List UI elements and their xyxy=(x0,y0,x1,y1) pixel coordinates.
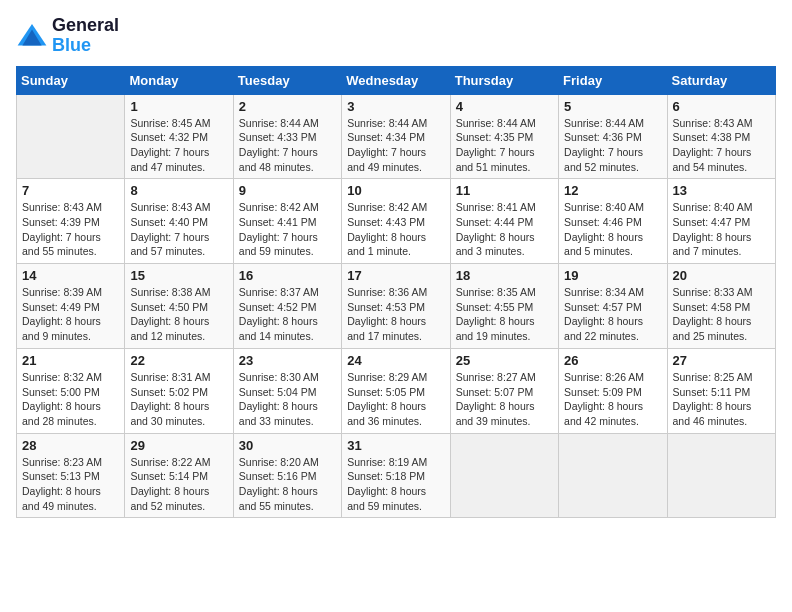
calendar-cell: 11Sunrise: 8:41 AM Sunset: 4:44 PM Dayli… xyxy=(450,179,558,264)
day-info: Sunrise: 8:42 AM Sunset: 4:43 PM Dayligh… xyxy=(347,200,444,259)
calendar-cell: 29Sunrise: 8:22 AM Sunset: 5:14 PM Dayli… xyxy=(125,433,233,518)
calendar-cell: 5Sunrise: 8:44 AM Sunset: 4:36 PM Daylig… xyxy=(559,94,667,179)
day-info: Sunrise: 8:42 AM Sunset: 4:41 PM Dayligh… xyxy=(239,200,336,259)
calendar-cell: 30Sunrise: 8:20 AM Sunset: 5:16 PM Dayli… xyxy=(233,433,341,518)
day-info: Sunrise: 8:27 AM Sunset: 5:07 PM Dayligh… xyxy=(456,370,553,429)
calendar-table: SundayMondayTuesdayWednesdayThursdayFrid… xyxy=(16,66,776,519)
calendar-header: SundayMondayTuesdayWednesdayThursdayFrid… xyxy=(17,66,776,94)
weekday-header: Sunday xyxy=(17,66,125,94)
day-number: 29 xyxy=(130,438,227,453)
calendar-cell: 22Sunrise: 8:31 AM Sunset: 5:02 PM Dayli… xyxy=(125,348,233,433)
day-number: 8 xyxy=(130,183,227,198)
day-number: 2 xyxy=(239,99,336,114)
day-number: 7 xyxy=(22,183,119,198)
day-number: 16 xyxy=(239,268,336,283)
day-number: 15 xyxy=(130,268,227,283)
day-number: 24 xyxy=(347,353,444,368)
day-info: Sunrise: 8:44 AM Sunset: 4:36 PM Dayligh… xyxy=(564,116,661,175)
day-info: Sunrise: 8:43 AM Sunset: 4:39 PM Dayligh… xyxy=(22,200,119,259)
day-info: Sunrise: 8:26 AM Sunset: 5:09 PM Dayligh… xyxy=(564,370,661,429)
day-info: Sunrise: 8:38 AM Sunset: 4:50 PM Dayligh… xyxy=(130,285,227,344)
day-number: 12 xyxy=(564,183,661,198)
calendar-cell xyxy=(667,433,775,518)
day-info: Sunrise: 8:23 AM Sunset: 5:13 PM Dayligh… xyxy=(22,455,119,514)
calendar-cell: 18Sunrise: 8:35 AM Sunset: 4:55 PM Dayli… xyxy=(450,264,558,349)
day-info: Sunrise: 8:43 AM Sunset: 4:38 PM Dayligh… xyxy=(673,116,770,175)
calendar-week: 1Sunrise: 8:45 AM Sunset: 4:32 PM Daylig… xyxy=(17,94,776,179)
day-info: Sunrise: 8:41 AM Sunset: 4:44 PM Dayligh… xyxy=(456,200,553,259)
day-info: Sunrise: 8:32 AM Sunset: 5:00 PM Dayligh… xyxy=(22,370,119,429)
day-number: 10 xyxy=(347,183,444,198)
calendar-cell: 25Sunrise: 8:27 AM Sunset: 5:07 PM Dayli… xyxy=(450,348,558,433)
calendar-cell: 27Sunrise: 8:25 AM Sunset: 5:11 PM Dayli… xyxy=(667,348,775,433)
weekday-header: Thursday xyxy=(450,66,558,94)
logo-text: General Blue xyxy=(52,16,119,56)
calendar-cell: 24Sunrise: 8:29 AM Sunset: 5:05 PM Dayli… xyxy=(342,348,450,433)
calendar-cell: 19Sunrise: 8:34 AM Sunset: 4:57 PM Dayli… xyxy=(559,264,667,349)
day-number: 21 xyxy=(22,353,119,368)
day-number: 9 xyxy=(239,183,336,198)
day-info: Sunrise: 8:40 AM Sunset: 4:47 PM Dayligh… xyxy=(673,200,770,259)
day-number: 18 xyxy=(456,268,553,283)
calendar-week: 21Sunrise: 8:32 AM Sunset: 5:00 PM Dayli… xyxy=(17,348,776,433)
header-row: SundayMondayTuesdayWednesdayThursdayFrid… xyxy=(17,66,776,94)
calendar-cell: 15Sunrise: 8:38 AM Sunset: 4:50 PM Dayli… xyxy=(125,264,233,349)
day-number: 28 xyxy=(22,438,119,453)
day-number: 13 xyxy=(673,183,770,198)
weekday-header: Saturday xyxy=(667,66,775,94)
calendar-cell: 13Sunrise: 8:40 AM Sunset: 4:47 PM Dayli… xyxy=(667,179,775,264)
weekday-header: Tuesday xyxy=(233,66,341,94)
calendar-body: 1Sunrise: 8:45 AM Sunset: 4:32 PM Daylig… xyxy=(17,94,776,518)
calendar-cell: 2Sunrise: 8:44 AM Sunset: 4:33 PM Daylig… xyxy=(233,94,341,179)
weekday-header: Wednesday xyxy=(342,66,450,94)
day-number: 14 xyxy=(22,268,119,283)
day-number: 1 xyxy=(130,99,227,114)
calendar-cell xyxy=(559,433,667,518)
day-info: Sunrise: 8:44 AM Sunset: 4:33 PM Dayligh… xyxy=(239,116,336,175)
calendar-cell: 6Sunrise: 8:43 AM Sunset: 4:38 PM Daylig… xyxy=(667,94,775,179)
calendar-cell: 4Sunrise: 8:44 AM Sunset: 4:35 PM Daylig… xyxy=(450,94,558,179)
calendar-cell: 23Sunrise: 8:30 AM Sunset: 5:04 PM Dayli… xyxy=(233,348,341,433)
day-number: 11 xyxy=(456,183,553,198)
day-info: Sunrise: 8:29 AM Sunset: 5:05 PM Dayligh… xyxy=(347,370,444,429)
calendar-cell: 8Sunrise: 8:43 AM Sunset: 4:40 PM Daylig… xyxy=(125,179,233,264)
day-number: 20 xyxy=(673,268,770,283)
calendar-cell xyxy=(450,433,558,518)
weekday-header: Friday xyxy=(559,66,667,94)
day-info: Sunrise: 8:30 AM Sunset: 5:04 PM Dayligh… xyxy=(239,370,336,429)
day-info: Sunrise: 8:25 AM Sunset: 5:11 PM Dayligh… xyxy=(673,370,770,429)
day-info: Sunrise: 8:36 AM Sunset: 4:53 PM Dayligh… xyxy=(347,285,444,344)
calendar-cell xyxy=(17,94,125,179)
calendar-cell: 14Sunrise: 8:39 AM Sunset: 4:49 PM Dayli… xyxy=(17,264,125,349)
calendar-week: 28Sunrise: 8:23 AM Sunset: 5:13 PM Dayli… xyxy=(17,433,776,518)
day-info: Sunrise: 8:20 AM Sunset: 5:16 PM Dayligh… xyxy=(239,455,336,514)
day-number: 4 xyxy=(456,99,553,114)
calendar-cell: 10Sunrise: 8:42 AM Sunset: 4:43 PM Dayli… xyxy=(342,179,450,264)
day-number: 26 xyxy=(564,353,661,368)
calendar-cell: 17Sunrise: 8:36 AM Sunset: 4:53 PM Dayli… xyxy=(342,264,450,349)
day-info: Sunrise: 8:40 AM Sunset: 4:46 PM Dayligh… xyxy=(564,200,661,259)
calendar-cell: 12Sunrise: 8:40 AM Sunset: 4:46 PM Dayli… xyxy=(559,179,667,264)
day-number: 3 xyxy=(347,99,444,114)
day-info: Sunrise: 8:39 AM Sunset: 4:49 PM Dayligh… xyxy=(22,285,119,344)
day-info: Sunrise: 8:31 AM Sunset: 5:02 PM Dayligh… xyxy=(130,370,227,429)
day-info: Sunrise: 8:44 AM Sunset: 4:35 PM Dayligh… xyxy=(456,116,553,175)
day-info: Sunrise: 8:45 AM Sunset: 4:32 PM Dayligh… xyxy=(130,116,227,175)
day-number: 25 xyxy=(456,353,553,368)
day-number: 30 xyxy=(239,438,336,453)
calendar-cell: 28Sunrise: 8:23 AM Sunset: 5:13 PM Dayli… xyxy=(17,433,125,518)
calendar-cell: 3Sunrise: 8:44 AM Sunset: 4:34 PM Daylig… xyxy=(342,94,450,179)
calendar-week: 7Sunrise: 8:43 AM Sunset: 4:39 PM Daylig… xyxy=(17,179,776,264)
day-number: 17 xyxy=(347,268,444,283)
day-info: Sunrise: 8:37 AM Sunset: 4:52 PM Dayligh… xyxy=(239,285,336,344)
calendar-cell: 1Sunrise: 8:45 AM Sunset: 4:32 PM Daylig… xyxy=(125,94,233,179)
calendar-cell: 26Sunrise: 8:26 AM Sunset: 5:09 PM Dayli… xyxy=(559,348,667,433)
day-number: 31 xyxy=(347,438,444,453)
logo-icon xyxy=(16,20,48,52)
page-header: General Blue xyxy=(16,16,776,56)
day-info: Sunrise: 8:33 AM Sunset: 4:58 PM Dayligh… xyxy=(673,285,770,344)
calendar-week: 14Sunrise: 8:39 AM Sunset: 4:49 PM Dayli… xyxy=(17,264,776,349)
day-number: 22 xyxy=(130,353,227,368)
logo: General Blue xyxy=(16,16,119,56)
calendar-cell: 16Sunrise: 8:37 AM Sunset: 4:52 PM Dayli… xyxy=(233,264,341,349)
